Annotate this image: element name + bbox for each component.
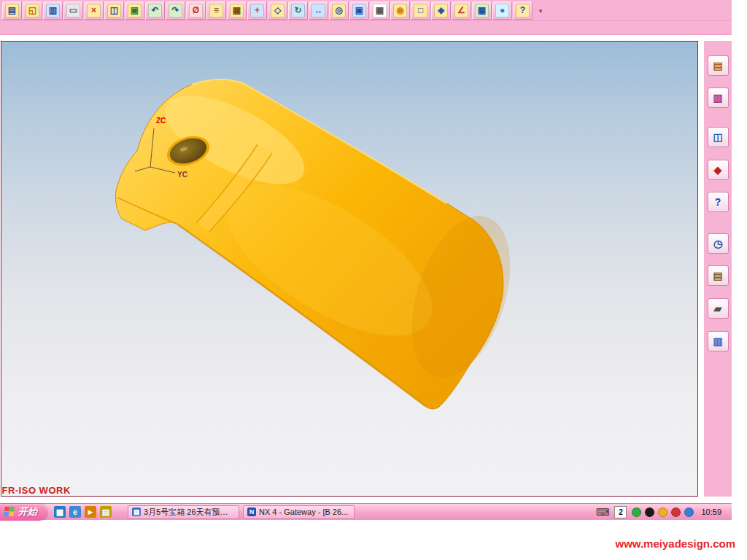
show-desktop-icon[interactable]: ▦	[54, 506, 66, 518]
task-label: NX 4 - Gateway - [B 26...	[259, 508, 348, 516]
copy-icon[interactable]: ◫	[104, 1, 124, 20]
graphics-window[interactable]: ZC YC TFR-ISO WORK	[1, 41, 698, 497]
resource-bar: ▤ ▥ ◫ ◆ ? ◷ ▤	[704, 41, 732, 497]
new-icon[interactable]: ▤	[2, 1, 22, 20]
zoom-view-icon[interactable]: ◎	[329, 1, 349, 20]
system-tray: ⌨ 2 10:59	[596, 504, 732, 520]
print-icon[interactable]: ▭	[63, 1, 83, 20]
save-icon[interactable]: ▥	[43, 1, 63, 20]
folder-icon[interactable]: ▤	[100, 506, 112, 518]
pan-view-icon[interactable]: ↔	[309, 1, 328, 20]
wcs-yc-label: YC	[177, 171, 187, 179]
part-model[interactable]	[115, 78, 528, 409]
tools-icon[interactable]: ▰	[708, 298, 729, 319]
start-button[interactable]: 开始	[0, 504, 47, 521]
antivirus-icon[interactable]	[632, 508, 641, 517]
documentation-icon[interactable]: ▤	[708, 265, 729, 286]
watermark-text: www.meiyadesign.com	[616, 537, 736, 550]
shaded-icon[interactable]: ◉	[390, 1, 410, 20]
desktop: ▤ ◱ ▥ ▭ × ◫ ▣	[0, 0, 747, 560]
task-buttons: ▤ 3月5号宝箱 26天有预顶板... N NX 4 - Gateway - […	[128, 505, 355, 519]
tray-icons	[632, 508, 694, 517]
assembly-navigator-icon[interactable]: ▤	[708, 55, 729, 76]
wcs-icon[interactable]: +	[247, 1, 267, 20]
undo-icon[interactable]: ↶	[145, 1, 165, 20]
task-nx-gateway[interactable]: N NX 4 - Gateway - [B 26...	[243, 505, 355, 519]
part-navigator-icon[interactable]: ◫	[708, 127, 729, 147]
start-button-label: 开始	[18, 505, 37, 518]
constraint-navigator-icon[interactable]: ▥	[708, 88, 729, 108]
cut-icon[interactable]: ×	[84, 1, 104, 20]
earth-icon[interactable]: ●	[492, 1, 512, 20]
network-icon[interactable]	[684, 508, 694, 517]
windows-logo-icon	[4, 507, 16, 517]
layer-settings-icon[interactable]: ▦	[227, 1, 247, 20]
view-status-label: TFR-ISO WORK	[1, 485, 71, 496]
taskbar-clock[interactable]: 10:59	[701, 508, 721, 516]
rotate-view-icon[interactable]: ↻	[288, 1, 308, 20]
wireframe-icon[interactable]: ▦	[370, 1, 390, 20]
taskbar: 开始 ▦ e ► ▤ ▤ 3月5号宝箱 26天有预顶板... N	[0, 503, 732, 520]
security-icon[interactable]	[671, 508, 681, 517]
layers-icon[interactable]: ≡	[206, 1, 226, 20]
menu-bar[interactable]	[0, 21, 732, 35]
wcs-zc-label: ZC	[156, 117, 166, 125]
internet-explorer-icon[interactable]: e	[69, 506, 81, 518]
qq-icon[interactable]	[645, 508, 654, 517]
measure-icon[interactable]: ∠	[452, 1, 471, 20]
task-label: 3月5号宝箱 26天有预顶板...	[144, 507, 235, 518]
help-icon[interactable]: ?	[513, 1, 533, 20]
history-icon[interactable]: ◷	[708, 233, 729, 254]
media-player-icon[interactable]: ►	[85, 506, 96, 518]
fit-view-icon[interactable]: ▣	[349, 1, 369, 20]
help-icon[interactable]: ?	[708, 192, 729, 212]
task-icon: N	[247, 508, 256, 516]
iso-view-icon[interactable]: ◈	[431, 1, 451, 20]
quick-launch: ▦ e ► ▤	[54, 506, 112, 518]
details-panel-icon[interactable]: ▥	[708, 331, 729, 351]
paste-icon[interactable]: ▣	[125, 1, 144, 20]
task-icon: ▤	[132, 508, 141, 516]
grid-icon[interactable]: ▦	[472, 1, 492, 20]
input-method-indicator[interactable]: 2	[614, 506, 627, 518]
task-document[interactable]: ▤ 3月5号宝箱 26天有预顶板...	[128, 505, 239, 519]
roles-icon[interactable]: ◆	[708, 160, 729, 180]
front-view-icon[interactable]: □	[411, 1, 430, 20]
toolbar-overflow-icon[interactable]: ▾	[535, 1, 546, 20]
main-toolbar: ▤ ◱ ▥ ▭ × ◫ ▣	[0, 0, 732, 21]
model-canvas: ZC YC	[1, 42, 698, 496]
download-manager-icon[interactable]	[658, 508, 667, 517]
delete-icon[interactable]: Ø	[186, 1, 206, 20]
redo-icon[interactable]: ↷	[166, 1, 185, 20]
open-icon[interactable]: ◱	[23, 1, 42, 20]
view-orient-icon[interactable]: ◇	[268, 1, 287, 20]
keyboard-icon[interactable]: ⌨	[596, 508, 610, 517]
